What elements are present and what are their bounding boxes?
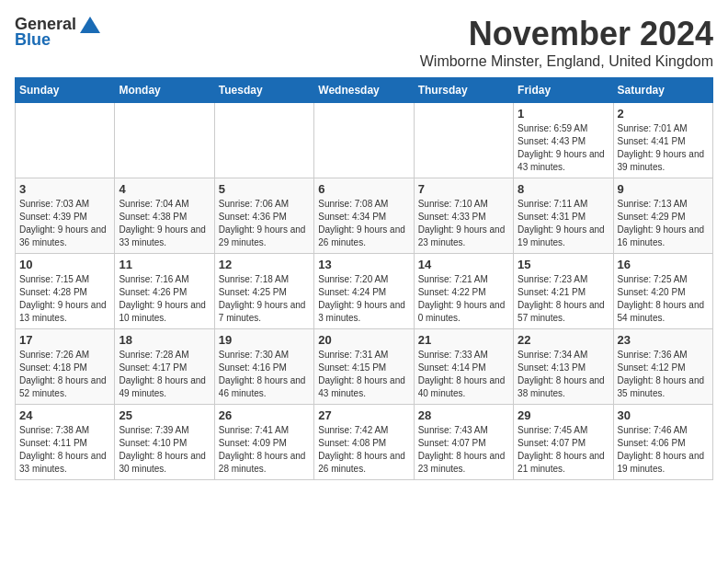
day-number: 17 — [19, 333, 110, 347]
day-info: Sunrise: 7:23 AM Sunset: 4:21 PM Dayligh… — [518, 273, 609, 325]
calendar-cell — [16, 103, 115, 178]
calendar-week-row: 24Sunrise: 7:38 AM Sunset: 4:11 PM Dayli… — [16, 405, 713, 480]
calendar-cell: 22Sunrise: 7:34 AM Sunset: 4:13 PM Dayli… — [514, 329, 613, 405]
day-number: 28 — [418, 408, 509, 422]
calendar-week-row: 10Sunrise: 7:15 AM Sunset: 4:28 PM Dayli… — [16, 254, 713, 329]
calendar-cell: 21Sunrise: 7:33 AM Sunset: 4:14 PM Dayli… — [414, 329, 513, 405]
day-number: 27 — [318, 408, 409, 422]
calendar-cell: 9Sunrise: 7:13 AM Sunset: 4:29 PM Daylig… — [613, 178, 712, 254]
day-info: Sunrise: 7:04 AM Sunset: 4:38 PM Dayligh… — [119, 198, 210, 249]
calendar-cell — [214, 103, 313, 178]
day-number: 7 — [418, 182, 509, 196]
calendar-cell: 7Sunrise: 7:10 AM Sunset: 4:33 PM Daylig… — [414, 178, 513, 254]
calendar-cell: 24Sunrise: 7:38 AM Sunset: 4:11 PM Dayli… — [16, 405, 115, 480]
page-header: General Blue November 2024 Wimborne Mins… — [15, 15, 713, 70]
logo-icon — [80, 17, 100, 33]
weekday-header: Wednesday — [314, 78, 414, 103]
weekday-header: Friday — [514, 78, 613, 103]
day-number: 5 — [219, 182, 310, 196]
weekday-header: Sunday — [16, 78, 115, 103]
month-title: November 2024 — [420, 15, 713, 53]
day-info: Sunrise: 7:31 AM Sunset: 4:15 PM Dayligh… — [318, 349, 409, 400]
day-info: Sunrise: 7:16 AM Sunset: 4:26 PM Dayligh… — [119, 273, 210, 325]
day-info: Sunrise: 7:13 AM Sunset: 4:29 PM Dayligh… — [618, 198, 709, 249]
day-info: Sunrise: 7:10 AM Sunset: 4:33 PM Dayligh… — [418, 198, 509, 249]
calendar-cell: 19Sunrise: 7:30 AM Sunset: 4:16 PM Dayli… — [214, 329, 313, 405]
calendar-cell: 8Sunrise: 7:11 AM Sunset: 4:31 PM Daylig… — [514, 178, 613, 254]
logo: General Blue — [15, 15, 100, 50]
day-info: Sunrise: 7:42 AM Sunset: 4:08 PM Dayligh… — [318, 424, 409, 476]
day-number: 6 — [318, 182, 409, 196]
day-info: Sunrise: 7:46 AM Sunset: 4:06 PM Dayligh… — [618, 424, 709, 476]
day-info: Sunrise: 7:28 AM Sunset: 4:17 PM Dayligh… — [119, 349, 210, 400]
day-info: Sunrise: 7:43 AM Sunset: 4:07 PM Dayligh… — [418, 424, 509, 476]
calendar-cell: 29Sunrise: 7:45 AM Sunset: 4:07 PM Dayli… — [514, 405, 613, 480]
calendar-cell: 26Sunrise: 7:41 AM Sunset: 4:09 PM Dayli… — [214, 405, 313, 480]
day-info: Sunrise: 6:59 AM Sunset: 4:43 PM Dayligh… — [518, 122, 609, 174]
day-number: 20 — [318, 333, 409, 347]
day-info: Sunrise: 7:45 AM Sunset: 4:07 PM Dayligh… — [518, 424, 609, 476]
calendar-cell — [115, 103, 214, 178]
calendar-cell: 20Sunrise: 7:31 AM Sunset: 4:15 PM Dayli… — [314, 329, 414, 405]
calendar-week-row: 1Sunrise: 6:59 AM Sunset: 4:43 PM Daylig… — [16, 103, 713, 178]
day-info: Sunrise: 7:01 AM Sunset: 4:41 PM Dayligh… — [618, 122, 709, 174]
calendar-cell: 14Sunrise: 7:21 AM Sunset: 4:22 PM Dayli… — [414, 254, 513, 329]
calendar-cell: 3Sunrise: 7:03 AM Sunset: 4:39 PM Daylig… — [16, 178, 115, 254]
calendar-cell: 12Sunrise: 7:18 AM Sunset: 4:25 PM Dayli… — [214, 254, 313, 329]
day-info: Sunrise: 7:03 AM Sunset: 4:39 PM Dayligh… — [19, 198, 110, 249]
day-info: Sunrise: 7:08 AM Sunset: 4:34 PM Dayligh… — [318, 198, 409, 249]
day-number: 9 — [618, 182, 709, 196]
day-number: 19 — [219, 333, 310, 347]
weekday-header: Monday — [115, 78, 214, 103]
calendar-cell: 16Sunrise: 7:25 AM Sunset: 4:20 PM Dayli… — [613, 254, 712, 329]
day-info: Sunrise: 7:11 AM Sunset: 4:31 PM Dayligh… — [518, 198, 609, 249]
calendar-cell: 30Sunrise: 7:46 AM Sunset: 4:06 PM Dayli… — [613, 405, 712, 480]
day-info: Sunrise: 7:21 AM Sunset: 4:22 PM Dayligh… — [418, 273, 509, 325]
day-number: 23 — [618, 333, 709, 347]
calendar-week-row: 17Sunrise: 7:26 AM Sunset: 4:18 PM Dayli… — [16, 329, 713, 405]
day-info: Sunrise: 7:36 AM Sunset: 4:12 PM Dayligh… — [618, 349, 709, 400]
day-number: 8 — [518, 182, 609, 196]
day-number: 26 — [219, 408, 310, 422]
day-number: 14 — [418, 258, 509, 271]
day-number: 21 — [418, 333, 509, 347]
day-info: Sunrise: 7:41 AM Sunset: 4:09 PM Dayligh… — [219, 424, 310, 476]
calendar-cell — [314, 103, 414, 178]
calendar-cell: 15Sunrise: 7:23 AM Sunset: 4:21 PM Dayli… — [514, 254, 613, 329]
calendar-cell: 18Sunrise: 7:28 AM Sunset: 4:17 PM Dayli… — [115, 329, 214, 405]
weekday-header: Saturday — [613, 78, 712, 103]
day-number: 12 — [219, 258, 310, 271]
calendar-cell: 10Sunrise: 7:15 AM Sunset: 4:28 PM Dayli… — [16, 254, 115, 329]
title-section: November 2024 Wimborne Minster, England,… — [420, 15, 713, 70]
logo-blue: Blue — [15, 30, 51, 50]
day-number: 18 — [119, 333, 210, 347]
calendar-cell: 13Sunrise: 7:20 AM Sunset: 4:24 PM Dayli… — [314, 254, 414, 329]
weekday-header-row: SundayMondayTuesdayWednesdayThursdayFrid… — [16, 78, 713, 103]
calendar-week-row: 3Sunrise: 7:03 AM Sunset: 4:39 PM Daylig… — [16, 178, 713, 254]
day-info: Sunrise: 7:30 AM Sunset: 4:16 PM Dayligh… — [219, 349, 310, 400]
calendar-table: SundayMondayTuesdayWednesdayThursdayFrid… — [15, 77, 713, 480]
calendar-cell: 17Sunrise: 7:26 AM Sunset: 4:18 PM Dayli… — [16, 329, 115, 405]
calendar-cell: 23Sunrise: 7:36 AM Sunset: 4:12 PM Dayli… — [613, 329, 712, 405]
day-number: 10 — [19, 258, 110, 271]
day-number: 30 — [618, 408, 709, 422]
day-info: Sunrise: 7:15 AM Sunset: 4:28 PM Dayligh… — [19, 273, 110, 325]
weekday-header: Thursday — [414, 78, 513, 103]
calendar-cell: 4Sunrise: 7:04 AM Sunset: 4:38 PM Daylig… — [115, 178, 214, 254]
day-info: Sunrise: 7:39 AM Sunset: 4:10 PM Dayligh… — [119, 424, 210, 476]
calendar-cell: 25Sunrise: 7:39 AM Sunset: 4:10 PM Dayli… — [115, 405, 214, 480]
day-info: Sunrise: 7:26 AM Sunset: 4:18 PM Dayligh… — [19, 349, 110, 400]
calendar-cell: 5Sunrise: 7:06 AM Sunset: 4:36 PM Daylig… — [214, 178, 313, 254]
day-number: 11 — [119, 258, 210, 271]
day-number: 24 — [19, 408, 110, 422]
calendar-cell: 11Sunrise: 7:16 AM Sunset: 4:26 PM Dayli… — [115, 254, 214, 329]
calendar-cell — [414, 103, 513, 178]
day-info: Sunrise: 7:06 AM Sunset: 4:36 PM Dayligh… — [219, 198, 310, 249]
calendar-cell: 6Sunrise: 7:08 AM Sunset: 4:34 PM Daylig… — [314, 178, 414, 254]
day-number: 16 — [618, 258, 709, 271]
day-info: Sunrise: 7:38 AM Sunset: 4:11 PM Dayligh… — [19, 424, 110, 476]
calendar-cell: 2Sunrise: 7:01 AM Sunset: 4:41 PM Daylig… — [613, 103, 712, 178]
day-number: 2 — [618, 107, 709, 121]
weekday-header: Tuesday — [214, 78, 313, 103]
day-info: Sunrise: 7:25 AM Sunset: 4:20 PM Dayligh… — [618, 273, 709, 325]
